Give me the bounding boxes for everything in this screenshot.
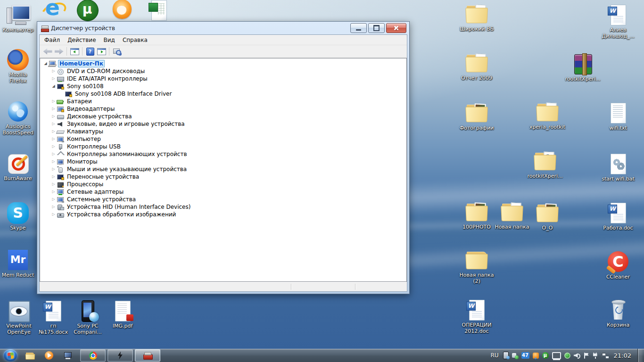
expander-collapsed-icon[interactable]: ▷: [51, 174, 56, 179]
expander-expanded-icon[interactable]: ◢: [43, 61, 48, 66]
forward-button[interactable]: [53, 46, 65, 57]
desktop-icon-viewpoint-openeye[interactable]: ViewPoint OpenEye: [1, 300, 36, 335]
desktop-icon-img-pdf[interactable]: IMG.pdf: [105, 300, 140, 329]
expander-collapsed-icon[interactable]: ▷: [51, 144, 56, 149]
expander-collapsed-icon[interactable]: ▷: [51, 137, 56, 141]
taskbar-pinned-explorer[interactable]: [21, 349, 40, 362]
tree-item-network-adapters[interactable]: ▷Сетевые адаптеры: [40, 188, 406, 196]
expander-collapsed-icon[interactable]: ▷: [51, 197, 56, 202]
desktop-icon-korzina[interactable]: Корзина: [601, 299, 636, 328]
desktop-icon-sony-pc-companion[interactable]: Sony PC Compani...: [70, 300, 105, 335]
expander-collapsed-icon[interactable]: ▷: [51, 212, 56, 217]
expander-collapsed-icon[interactable]: ▷: [51, 167, 56, 172]
desktop-icon-o-o[interactable]: O_O: [530, 202, 565, 231]
expander-collapsed-icon[interactable]: ▷: [51, 107, 56, 111]
desktop-icon-novaya-papka[interactable]: Новая папка: [495, 201, 529, 230]
help-button[interactable]: ?: [84, 46, 96, 57]
expander-collapsed-icon[interactable]: ▷: [51, 129, 56, 134]
tray-utorrent-icon[interactable]: µ: [542, 352, 549, 359]
desktop-icon-start-wifi-bat[interactable]: start wifi.bat: [601, 153, 636, 182]
tree-item-sound-video-game[interactable]: ▷Звуковые, видео и игровые устройства: [40, 120, 406, 128]
taskbar-button-chrome[interactable]: [80, 349, 106, 362]
tray-battery-percent-icon[interactable]: 47: [521, 352, 529, 359]
tray-action-center-flag-icon[interactable]: [584, 353, 589, 359]
expander-collapsed-icon[interactable]: ▷: [51, 189, 56, 194]
tree-item-computer[interactable]: ▷Компьютер: [40, 135, 406, 143]
menu-action[interactable]: Действие: [64, 35, 99, 45]
desktop-icon-wifi-txt[interactable]: wifi.txt: [601, 102, 636, 131]
desktop-icon-xperia-rootkit[interactable]: xperia_rootkit: [530, 101, 565, 130]
desktop-icon-100photo[interactable]: 100PHOTO: [459, 201, 494, 230]
desktop-icon-otchet-2009[interactable]: Отчет 2009: [459, 52, 494, 81]
tree-item-batteries[interactable]: ▷Батареи: [40, 98, 406, 105]
taskbar-pinned-pc-companion[interactable]: [58, 349, 77, 362]
maximize-button[interactable]: [368, 23, 385, 33]
tree-item-hid-devices[interactable]: ▷Устройства HID (Human Interface Devices…: [40, 203, 406, 211]
taskbar-button-lightning-app[interactable]: [107, 349, 133, 362]
expander-collapsed-icon[interactable]: ▷: [51, 152, 56, 156]
tree-item-dvd-cdrom[interactable]: ▷DVD и CD-ROM дисководы: [40, 67, 406, 75]
desktop-icon-mem-reduct[interactable]: MrMem Reduct: [0, 249, 35, 278]
expander-collapsed-icon[interactable]: ▷: [51, 76, 56, 81]
tray-display-settings-icon[interactable]: [552, 352, 561, 359]
desktop-icon-fotografii[interactable]: Фотографии: [459, 102, 494, 131]
tray-recorder-icon[interactable]: [564, 353, 570, 359]
show-desktop-button[interactable]: [637, 349, 643, 362]
tree-item-disk-devices[interactable]: ▷Дисковые устройства: [40, 113, 406, 120]
close-button[interactable]: [386, 23, 406, 33]
tree-item-sony-so0108-adb[interactable]: Sony so0108 ADB Interface Driver: [40, 90, 406, 98]
minimize-button[interactable]: [350, 23, 367, 33]
desktop-icon-skype[interactable]: SSkype: [0, 202, 35, 231]
desktop-icon-utorrent[interactable]: µ: [70, 0, 105, 22]
desktop-icon-computer[interactable]: Компьютер: [0, 4, 35, 33]
desktop-icon-operacii-2012-doc[interactable]: WОПЕРАЦИИ 2012.doc: [459, 299, 494, 334]
tree-item-portable-devices[interactable]: ▷Переносные устройства: [40, 173, 406, 181]
tray-usb-safely-remove-icon[interactable]: [512, 353, 518, 359]
tree-item-processors[interactable]: ▷Процессоры: [40, 181, 406, 188]
tree-item-storage-controllers[interactable]: ▷Контроллеры запоминающих устройств: [40, 150, 406, 158]
desktop-icon-mozilla-firefox[interactable]: Mozilla Firefox: [0, 49, 35, 84]
desktop-icon-ccleaner[interactable]: CCCleaner: [601, 251, 636, 280]
tree-item-system-devices[interactable]: ▷Системные устройства: [40, 196, 406, 203]
tree-item-imaging-devices[interactable]: ▷Устройства обработки изображений: [40, 211, 406, 218]
expander-collapsed-icon[interactable]: ▷: [51, 99, 56, 104]
back-button[interactable]: [42, 46, 53, 57]
language-indicator[interactable]: RU: [490, 352, 498, 359]
expander-collapsed-icon[interactable]: ▷: [51, 159, 56, 164]
tree-item-ide-ata-atapi[interactable]: ▷IDE ATA/ATAPI контроллеры: [40, 75, 406, 82]
menu-help[interactable]: Справка: [119, 35, 151, 45]
menu-view[interactable]: Вид: [100, 35, 119, 45]
taskbar-pinned-media-player[interactable]: [40, 349, 58, 362]
desktop-icon-excel-document[interactable]: [141, 0, 176, 22]
tree-item-monitors[interactable]: ▷Мониторы: [40, 158, 406, 165]
tray-phone-sync-icon[interactable]: [503, 352, 509, 359]
desktop-icon-rabota-doc[interactable]: WРабота.doc: [601, 202, 636, 231]
desktop-icon-aliev-dilshod[interactable]: WАлиев Дильшод_...: [601, 4, 636, 39]
tray-power-plug-icon[interactable]: [593, 353, 598, 359]
tree-item-usb-controllers[interactable]: ▷Контроллеры USB: [40, 143, 406, 150]
expander-collapsed-icon[interactable]: ▷: [51, 114, 56, 119]
desktop-icon-auslogics-boostspeed[interactable]: Auslogics BoostSpeed: [0, 100, 35, 136]
show-action-pane-button[interactable]: [96, 46, 107, 57]
expander-collapsed-icon[interactable]: ▷: [51, 69, 56, 74]
tree-item-video-adapters[interactable]: ▷Видеоадаптеры: [40, 105, 406, 113]
taskbar-button-device-manager[interactable]: [135, 349, 160, 362]
desktop-icon-rootkitxperi-folder[interactable]: rootkitXperi...: [528, 150, 562, 179]
desktop-icon-shirokiy-vb[interactable]: Широкий ВБ: [459, 3, 494, 32]
titlebar[interactable]: Диспетчер устройств: [37, 22, 409, 34]
tray-updater-icon[interactable]: [533, 353, 539, 359]
tree-item-mice[interactable]: ▷Мыши и иные указывающие устройства: [40, 165, 406, 173]
expander-collapsed-icon[interactable]: ▷: [51, 205, 56, 209]
tray-network-icon[interactable]: [602, 353, 609, 358]
scan-hardware-changes-button[interactable]: [111, 46, 123, 57]
start-button[interactable]: [3, 349, 17, 362]
desktop-icon-gom-player[interactable]: [105, 0, 140, 21]
show-console-tree-button[interactable]: [69, 46, 80, 57]
desktop-icon-internet-explorer[interactable]: e: [35, 0, 70, 21]
expander-expanded-icon[interactable]: ◢: [51, 84, 56, 89]
menu-file[interactable]: Файл: [41, 35, 64, 45]
expander-collapsed-icon[interactable]: ▷: [51, 122, 56, 126]
tree-item-sony-so0108[interactable]: ◢Sony so0108: [40, 82, 406, 90]
desktop-icon-novaya-papka-2[interactable]: Новая папка (2): [459, 249, 494, 284]
tree-item-homeuser-pk[interactable]: ◢HomeUser-Пк: [40, 60, 406, 67]
